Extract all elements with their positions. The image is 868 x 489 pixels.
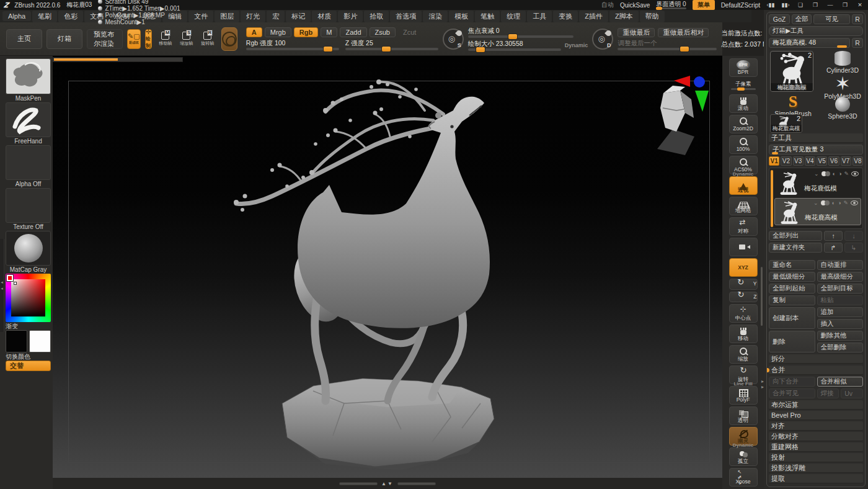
scale-button[interactable]: 缩放 — [729, 345, 758, 364]
menu-item[interactable]: 色彩 — [58, 11, 83, 22]
menu-item[interactable]: 文件 — [188, 11, 213, 22]
section-header[interactable]: 对齐 — [769, 421, 863, 431]
duplicate-button[interactable]: 创建副本 — [769, 307, 815, 329]
goz-visible-button[interactable]: 可见 — [813, 14, 850, 24]
camera-lock-button[interactable] — [729, 238, 758, 256]
polypaint-arrow-icon[interactable]: ⌄ — [814, 171, 819, 177]
weld-button[interactable]: 焊接 — [817, 388, 839, 398]
subtool-view-tab[interactable]: V8 — [852, 156, 863, 166]
subtool-down-button[interactable]: ↓ — [844, 231, 863, 241]
merge-section-header[interactable]: 合并 — [769, 366, 863, 375]
tool-sphere3d[interactable]: Sphere3D — [818, 97, 866, 120]
subtool-scrollbar[interactable] — [771, 170, 773, 227]
minimize-button[interactable]: — — [826, 2, 835, 9]
current-stroke-thumbnail[interactable] — [6, 102, 51, 137]
current-material-thumbnail[interactable] — [6, 231, 51, 266]
ui-transparency-slider[interactable]: 界面透明 0 — [656, 1, 686, 9]
current-texture-thumbnail[interactable] — [6, 188, 51, 223]
divider-bar[interactable] — [339, 482, 378, 485]
menu-item[interactable]: 笔触 — [475, 11, 500, 22]
menu-item[interactable]: 标记 — [286, 11, 311, 22]
menu-item[interactable]: 影片 — [338, 11, 363, 22]
z-axis-indicator[interactable] — [694, 76, 705, 87]
divider-bar[interactable] — [397, 482, 436, 485]
subtool-up-button[interactable]: ↑ — [824, 231, 843, 241]
move-button[interactable]: 移动 — [729, 325, 758, 343]
delete-button[interactable]: 删除 — [769, 331, 815, 352]
menu-item[interactable]: 拾取 — [364, 11, 389, 22]
z-intensity-slider[interactable]: Z 强度 25 — [345, 40, 438, 50]
actual-size-button[interactable]: 100% — [729, 135, 758, 154]
menu-item[interactable]: 工具 — [527, 11, 552, 22]
lightbox-tool-button[interactable]: 灯箱▶工具 — [769, 26, 863, 36]
menu-item[interactable]: 渲染 — [423, 11, 448, 22]
append-button[interactable]: 追加 — [817, 307, 864, 317]
main-color-swatch[interactable] — [6, 330, 27, 352]
solo-button[interactable]: Dynamic 孤立 — [729, 447, 758, 466]
section-header[interactable]: 投射 — [769, 453, 863, 462]
xyz-button[interactable]: XYZ — [729, 258, 758, 277]
y-axis-indicator[interactable] — [695, 91, 709, 112]
polypaint-circle2-icon[interactable] — [825, 200, 830, 205]
subpixel-track[interactable] — [731, 88, 756, 90]
subtool-view-tab[interactable]: V4 — [805, 156, 815, 166]
paintbrush-icon[interactable]: ✎ — [844, 171, 849, 177]
menu-button[interactable]: 菜单 — [693, 0, 715, 10]
toolbar-scrollbar[interactable] — [761, 267, 763, 326]
halftone-icon[interactable]: ◐ — [832, 200, 835, 206]
subtool-header[interactable]: 子工具 — [769, 133, 863, 143]
merge-visible-button[interactable]: 合并可见 — [769, 388, 815, 398]
left-tray-toggle-icon[interactable]: ‹▮▮ — [766, 2, 775, 9]
menu-item[interactable]: 材质 — [312, 11, 337, 22]
draw-button[interactable]: ✛ 绘 制 — [145, 29, 152, 49]
paste-button[interactable]: 粘贴 — [817, 295, 864, 305]
menu-item[interactable]: Z插件 — [579, 11, 608, 22]
paintbrush-icon[interactable]: ✎ — [843, 200, 848, 206]
paint-mode-button[interactable]: Zsub — [370, 27, 396, 37]
menu-item[interactable]: 首选项 — [390, 11, 422, 22]
section-header[interactable]: 重建网格 — [769, 442, 863, 452]
z-axis-button[interactable]: Z — [729, 292, 758, 303]
menu-item[interactable]: 模板 — [449, 11, 474, 22]
insert-button[interactable]: 插入 — [817, 319, 864, 329]
current-brush-button[interactable] — [221, 27, 237, 51]
axis-button[interactable]: R 旋转轴 — [198, 29, 217, 50]
paint-mode-button[interactable]: Rgb — [294, 27, 318, 37]
paint-mode-button[interactable]: M — [321, 27, 337, 37]
highest-subdiv-button[interactable]: 最高级细分 — [817, 272, 864, 282]
subtool-view-tab[interactable]: V6 — [828, 156, 839, 166]
menu-item[interactable]: 灯光 — [241, 11, 265, 22]
current-brush-thumbnail[interactable] — [6, 58, 51, 94]
menu-item[interactable]: Z脚本 — [609, 11, 639, 22]
section-header[interactable]: Bevel Pro — [769, 411, 863, 420]
new-folder-button[interactable]: 新建文件夹 — [769, 243, 822, 253]
slider-knob[interactable] — [837, 45, 847, 48]
right-tray-toggle-icon[interactable]: ▮▮› — [781, 2, 790, 9]
current-tool-thumbnail[interactable]: 2 梅花鹿高模 — [770, 51, 813, 92]
perspective-button[interactable]: Dynamic 透视 — [729, 176, 758, 195]
tray-expand-arrows-icon[interactable]: ▲▼ — [381, 481, 394, 487]
sculpt-viewport[interactable] — [53, 56, 722, 478]
default-zscript-button[interactable]: DefaultZScript — [721, 2, 760, 9]
preview-boolean-button[interactable]: 预览布尔渲染 — [87, 29, 123, 49]
section-header[interactable]: 布尔运算 — [769, 400, 863, 410]
axis-button[interactable]: S 缩放轴 — [177, 29, 196, 50]
menu-item[interactable]: Alpha — [2, 11, 31, 21]
r-button-2[interactable]: R — [852, 38, 863, 48]
fold-up-button[interactable]: ↱ — [824, 243, 843, 253]
zoom2d-button[interactable]: Zoom2D — [729, 115, 758, 133]
tool-cylinder3d[interactable]: Cylinder3D — [818, 51, 866, 74]
merge-down-button[interactable]: 向下合并 — [769, 377, 815, 387]
subtool-visible-count-slider[interactable]: 子工具可见数量 3 — [769, 145, 863, 155]
visibility-eye-icon[interactable] — [851, 171, 859, 176]
polyframe-button[interactable]: Line Fill PolyF — [729, 386, 758, 405]
menu-item[interactable]: 变换 — [553, 11, 578, 22]
stroke-curve-icon[interactable]: S — [443, 29, 464, 50]
secondary-color-swatch[interactable] — [29, 330, 51, 352]
camera-orientation-gizmo[interactable] — [657, 76, 709, 155]
local-symmetry-button[interactable]: 对称 — [729, 217, 758, 236]
rgb-intensity-slider[interactable]: Rgb 强度 100 — [246, 40, 339, 50]
split-section-header[interactable]: 拆分 — [769, 354, 863, 364]
frame-button[interactable]: 中心点 — [729, 304, 758, 323]
tool-slider[interactable]: 梅花鹿高模. 48 — [769, 38, 850, 48]
